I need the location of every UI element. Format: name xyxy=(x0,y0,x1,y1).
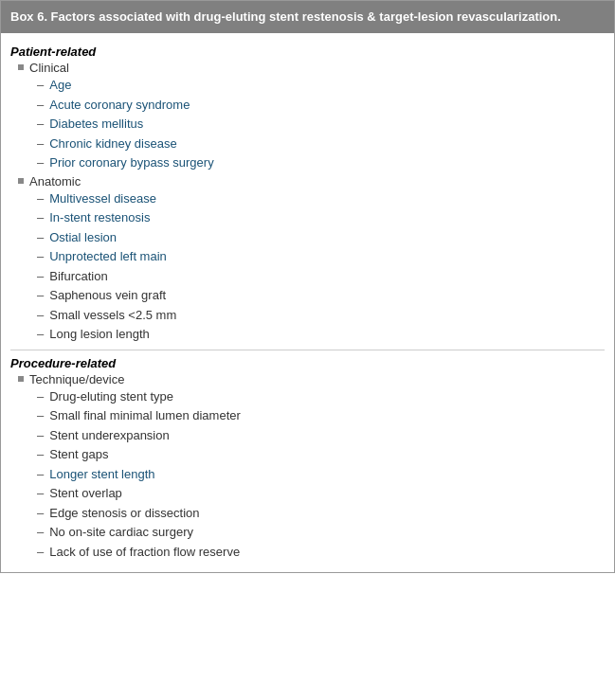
dash-icon: – xyxy=(37,267,44,286)
list-item: – Stent underexpansion xyxy=(37,426,605,445)
dash-icon: – xyxy=(37,208,44,227)
dash-icon: – xyxy=(37,76,44,95)
dash-icon: – xyxy=(37,306,44,325)
dash-icon: – xyxy=(37,325,44,344)
dash-icon: – xyxy=(37,426,44,445)
list-item: – Acute coronary syndrome xyxy=(37,96,605,115)
dash-icon: – xyxy=(37,406,44,425)
clinical-item-list: – Age – Acute coronary syndrome – Diabet… xyxy=(37,76,605,172)
list-item: – Bifurcation xyxy=(37,267,605,286)
list-item: – Saphenous vein graft xyxy=(37,286,605,305)
subsection-anatomic: Anatomic – Multivessel disease – In-sten… xyxy=(18,174,605,344)
technique-item-list: – Drug-eluting stent type – Small final … xyxy=(37,387,605,562)
dash-icon: – xyxy=(37,523,44,542)
dash-icon: – xyxy=(37,228,44,247)
dash-icon: – xyxy=(37,387,44,406)
section-divider xyxy=(10,350,605,350)
box-content: Patient-related Clinical – Age – Acute c… xyxy=(1,33,614,572)
list-item: – Lack of use of fraction flow reserve xyxy=(37,543,605,562)
dash-icon: – xyxy=(37,247,44,266)
box-title: Box 6. Factors associated with drug-elut… xyxy=(10,9,561,24)
subsection-anatomic-title: Anatomic xyxy=(18,174,605,188)
bullet-icon xyxy=(18,64,24,70)
dash-icon: – xyxy=(37,504,44,523)
list-item: – Chronic kidney disease xyxy=(37,135,605,153)
section-patient-related: Patient-related xyxy=(10,45,605,59)
list-item: – Stent gaps xyxy=(37,445,605,464)
list-item: – Age xyxy=(37,76,605,95)
dash-icon: – xyxy=(37,189,44,208)
list-item: – Long lesion length xyxy=(37,325,605,344)
anatomic-item-list: – Multivessel disease – In-stent resteno… xyxy=(37,189,605,344)
dash-icon: – xyxy=(37,135,44,153)
box-header: Box 6. Factors associated with drug-elut… xyxy=(1,1,614,33)
box-container: Box 6. Factors associated with drug-elut… xyxy=(0,0,615,573)
dash-icon: – xyxy=(37,465,44,484)
list-item: – Small vessels <2.5 mm xyxy=(37,306,605,325)
list-item: – Prior coronary bypass surgery xyxy=(37,153,605,172)
dash-icon: – xyxy=(37,543,44,562)
dash-icon: – xyxy=(37,96,44,115)
list-item: – Drug-eluting stent type xyxy=(37,387,605,406)
dash-icon: – xyxy=(37,484,44,503)
subsection-technique-device: Technique/device – Drug-eluting stent ty… xyxy=(18,372,605,562)
list-item: – Stent overlap xyxy=(37,484,605,503)
subsection-technique-title: Technique/device xyxy=(18,372,605,386)
list-item: – Longer stent length xyxy=(37,465,605,484)
list-item: – Edge stenosis or dissection xyxy=(37,504,605,523)
dash-icon: – xyxy=(37,153,44,172)
section-procedure-related: Procedure-related xyxy=(10,356,605,370)
list-item: – Ostial lesion xyxy=(37,228,605,247)
dash-icon: – xyxy=(37,115,44,134)
list-item: – Small final minimal lumen diameter xyxy=(37,406,605,425)
list-item: – No on-site cardiac surgery xyxy=(37,523,605,542)
dash-icon: – xyxy=(37,286,44,305)
list-item: – In-stent restenosis xyxy=(37,208,605,227)
bullet-icon xyxy=(18,178,24,184)
list-item: – Multivessel disease xyxy=(37,189,605,208)
dash-icon: – xyxy=(37,445,44,464)
bullet-icon xyxy=(18,376,24,382)
list-item: – Unprotected left main xyxy=(37,247,605,266)
subsection-clinical: Clinical – Age – Acute coronary syndrome… xyxy=(18,61,605,172)
subsection-clinical-title: Clinical xyxy=(18,61,605,75)
list-item: – Diabetes mellitus xyxy=(37,115,605,134)
